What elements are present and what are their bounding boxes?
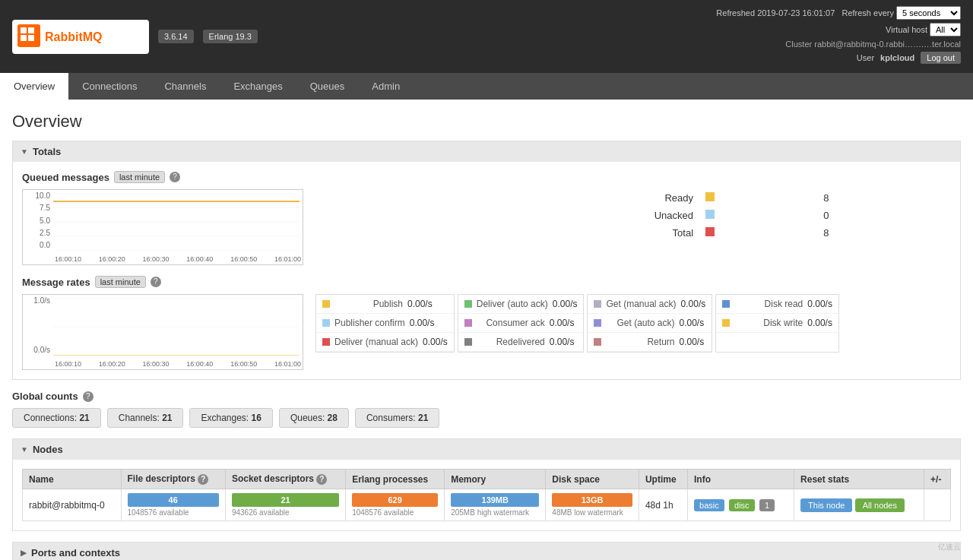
pub-confirm-color [322, 319, 330, 327]
vhost-select[interactable]: All [930, 23, 961, 36]
svg-text:RabbitMQ: RabbitMQ [45, 30, 103, 43]
global-counts-help-icon[interactable]: ? [83, 391, 93, 402]
global-counts-label: Global counts [12, 391, 78, 402]
disk-write-color [722, 319, 730, 327]
refresh-label: Refresh every [841, 8, 893, 17]
pub-confirm-value: 0.00/s [410, 318, 435, 328]
table-row: rabbit@rabbitmq-0 46 1048576 available 2… [23, 489, 951, 521]
return-value: 0.00/s [679, 337, 704, 347]
memory-avail: 205MB high watermark [451, 508, 539, 517]
svg-rect-2 [28, 27, 34, 33]
nodes-table-header: Name File descriptors ? Socket descripto… [23, 470, 951, 489]
header: RabbitMQ 3.6.14 Erlang 19.3 Refreshed 20… [0, 0, 973, 73]
disk-bar: 13GB [552, 493, 632, 507]
get-manual-label: Get (manual ack) [606, 299, 676, 309]
consumer-ack-color [464, 319, 472, 327]
queued-messages-label: Queued messages [22, 172, 109, 183]
queues-badge[interactable]: Queues: 28 [279, 408, 349, 428]
nav-admin[interactable]: Admin [358, 73, 414, 100]
totals-label: Totals [33, 146, 61, 157]
node-info: basic disc 1 [688, 489, 794, 521]
svg-rect-1 [21, 27, 27, 33]
node-name: rabbit@rabbitmq-0 [23, 489, 122, 521]
disk-read-color [722, 300, 730, 308]
connections-badge[interactable]: Connections: 21 [12, 408, 101, 428]
queued-stats: Ready 8 Unacked 0 Total 8 [315, 189, 951, 242]
rates-col1: Publish 0.00/s Publisher confirm 0.00/s … [315, 294, 455, 353]
queued-chart: 10.0 7.5 5.0 2.5 0.0 [22, 189, 303, 265]
header-right: Refreshed 2019-07-23 16:01:07 Refresh ev… [716, 6, 961, 67]
rates-chart-plot [53, 298, 300, 356]
get-manual-value: 0.00/s [681, 299, 706, 309]
rate-get-auto-row: Get (auto ack) 0.00/s [588, 314, 712, 333]
logout-button[interactable]: Log out [921, 52, 961, 64]
rate-deliver-auto-row: Deliver (auto ack) 0.00/s [458, 295, 584, 314]
memory-bar: 139MB [451, 493, 539, 507]
totals-body: Queued messages last minute ? 10.0 7.5 5… [13, 162, 960, 379]
svg-rect-4 [28, 35, 34, 41]
refresh-select[interactable]: 5 seconds 10 seconds 30 seconds 60 secon… [896, 6, 961, 20]
channels-badge[interactable]: Channels: 21 [107, 408, 184, 428]
ports-label: Ports and contexts [31, 547, 120, 558]
logo: RabbitMQ [12, 20, 149, 54]
consumer-ack-value: 0.00/s [550, 318, 575, 328]
nodes-toggle-icon: ▼ [21, 445, 28, 454]
ready-color [702, 189, 817, 207]
nodes-section-header[interactable]: ▼ Nodes [13, 439, 960, 460]
message-rates-label: Message rates [22, 277, 90, 288]
last-minute-badge[interactable]: last minute [114, 171, 165, 183]
main-content: Overview ▼ Totals Queued messages last m… [0, 100, 973, 560]
nav-queues[interactable]: Queues [296, 73, 359, 100]
logo-area: RabbitMQ 3.6.14 Erlang 19.3 [12, 20, 258, 54]
vhost-label: Virtual host [886, 25, 927, 34]
total-label: Total [315, 224, 702, 242]
redelivered-label: Redelivered [477, 337, 545, 347]
rates-col2: Deliver (auto ack) 0.00/s Consumer ack 0… [458, 294, 585, 353]
exchanges-badge[interactable]: Exchanges: 16 [189, 408, 272, 428]
nav-exchanges[interactable]: Exchanges [220, 73, 296, 100]
erlang-badge: Erlang 19.3 [203, 30, 258, 43]
deliver-auto-value: 0.00/s [553, 299, 578, 309]
username: kplcloud [880, 53, 914, 62]
nav-connections[interactable]: Connections [68, 73, 151, 100]
file-desc-help[interactable]: ? [198, 474, 208, 485]
get-manual-color [594, 300, 601, 308]
totals-section-header[interactable]: ▼ Totals [13, 141, 960, 162]
disk-write-label: Disk write [734, 318, 803, 328]
erlang-bar: 629 [352, 493, 438, 507]
col-plusminus: +/- [924, 470, 951, 489]
deliver-manual-color [322, 338, 330, 346]
disk-read-label: Disk read [734, 299, 803, 309]
rate-publisher-confirm-row: Publisher confirm 0.00/s [316, 314, 454, 333]
node-erlang: 629 1048576 available [346, 489, 445, 521]
consumer-ack-label: Consumer ack [477, 318, 545, 328]
queued-help-icon[interactable]: ? [170, 172, 180, 182]
deliver-auto-label: Deliver (auto ack) [477, 299, 548, 309]
consumers-badge[interactable]: Consumers: 21 [355, 408, 439, 428]
stats-ready-row: Ready 8 [315, 189, 951, 207]
rates-last-minute-badge[interactable]: last minute [95, 276, 146, 288]
nodes-section: ▼ Nodes Name File descriptors ? Socket d… [12, 438, 961, 531]
deliver-auto-color [464, 300, 472, 308]
publish-value: 0.00/s [407, 299, 433, 309]
ports-toggle-icon: ▶ [21, 549, 27, 557]
publish-label: Publish [334, 299, 403, 309]
file-desc-bar: 46 [128, 493, 219, 507]
erlang-avail: 1048576 available [352, 508, 438, 517]
all-nodes-button[interactable]: All nodes [855, 498, 905, 512]
cluster-name: rabbit@rabbitmq-0.rabbi…….…ter.local [814, 40, 961, 49]
this-node-button[interactable]: This node [800, 498, 852, 512]
rate-consumer-ack-row: Consumer ack 0.00/s [458, 314, 584, 333]
return-color [594, 338, 601, 346]
get-auto-color [594, 319, 601, 327]
rates-stats-cols: Publish 0.00/s Publisher confirm 0.00/s … [315, 294, 951, 353]
nav-channels[interactable]: Channels [151, 73, 220, 100]
chart-plot [53, 193, 300, 251]
nav-overview[interactable]: Overview [0, 73, 68, 100]
socket-help[interactable]: ? [316, 474, 327, 485]
col-uptime: Uptime [639, 470, 687, 489]
node-reset-stats: This node All nodes [794, 489, 924, 521]
ports-header[interactable]: ▶ Ports and contexts [13, 543, 960, 560]
node-plusminus [924, 489, 951, 521]
rates-help-icon[interactable]: ? [151, 277, 161, 287]
